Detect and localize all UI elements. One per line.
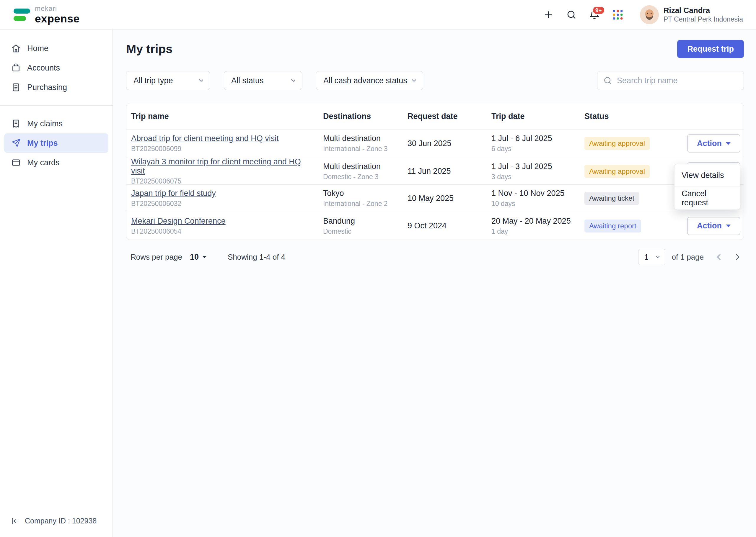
destination: Multi destination — [323, 162, 399, 171]
filter-bar: All trip type All status All cash advanc… — [113, 58, 756, 90]
apps-grid-icon — [612, 9, 623, 21]
trip-date: 1 Jul - 3 Jul 2025 — [491, 162, 576, 171]
showing-range-label: Showing 1-4 of 4 — [228, 253, 285, 262]
trip-name-link[interactable]: Wilayah 3 monitor trip for client meetin… — [131, 157, 301, 175]
mekari-logo-icon — [14, 7, 30, 22]
collapse-sidebar-icon — [11, 517, 20, 525]
global-search-button[interactable] — [566, 10, 577, 20]
table-row: Mekari Design Conference BT20250006054 B… — [126, 212, 744, 240]
sidebar-item-label: My claims — [27, 119, 63, 128]
trip-date: 20 May - 20 May 2025 — [491, 217, 576, 226]
search-trip-input[interactable] — [597, 71, 744, 90]
chevron-down-icon — [198, 77, 205, 84]
pagination-bar: Rows per page 10 Showing 1-4 of 4 1 of 1… — [126, 249, 744, 265]
action-button[interactable]: Action — [687, 217, 740, 235]
destination: Multi destination — [323, 134, 399, 143]
apps-grid-button[interactable] — [612, 9, 623, 21]
user-menu[interactable]: Rizal Candra PT Central Perk Indonesia — [640, 5, 743, 24]
cards-icon — [11, 158, 21, 167]
trip-name-link[interactable]: Japan trip for field study — [131, 189, 216, 198]
page-total-label: of 1 page — [672, 253, 704, 262]
sidebar-item-label: Purchasing — [27, 83, 67, 92]
next-page-button[interactable] — [732, 251, 744, 263]
trip-name-link[interactable]: Mekari Design Conference — [131, 217, 226, 226]
sidebar-item-purchasing[interactable]: Purchasing — [4, 78, 109, 97]
request-date: 11 Jun 2025 — [408, 167, 483, 176]
user-avatar — [640, 5, 659, 24]
destination-zone: International - Zone 2 — [323, 200, 399, 208]
sidebar-item-label: My trips — [27, 139, 58, 148]
trips-icon — [11, 138, 21, 148]
sidebar-item-my-claims[interactable]: My claims — [4, 114, 109, 133]
request-date: 30 Jun 2025 — [408, 139, 483, 148]
previous-page-button[interactable] — [713, 251, 725, 263]
rows-per-page-label: Rows per page — [131, 253, 182, 262]
notification-badge: 9+ — [592, 6, 605, 15]
column-header-trip-date: Trip date — [487, 112, 580, 121]
topbar: mekari expense 9+ — [0, 0, 756, 29]
page-number-value: 1 — [645, 253, 648, 262]
column-header-trip-name: Trip name — [126, 112, 318, 121]
trip-duration: 1 day — [491, 227, 576, 235]
status-filter-value: All status — [231, 76, 264, 85]
table-row: Wilayah 3 monitor trip for client meetin… — [126, 157, 744, 185]
caret-down-icon — [726, 225, 731, 227]
status-badge: Awaiting ticket — [584, 192, 639, 205]
menu-item-view-details[interactable]: View details — [675, 164, 740, 187]
trip-name-link[interactable]: Abroad trip for client meeting and HQ vi… — [131, 134, 279, 143]
trip-id: BT20250006075 — [131, 177, 315, 185]
destination-zone: Domestic — [323, 227, 399, 235]
user-company: PT Central Perk Indonesia — [664, 15, 743, 23]
notifications-button[interactable]: 9+ — [589, 10, 600, 20]
chevron-left-icon — [714, 252, 724, 262]
page-number-select[interactable]: 1 — [638, 249, 665, 265]
request-trip-button[interactable]: Request trip — [677, 40, 744, 58]
trip-search — [597, 71, 744, 90]
chevron-down-icon — [290, 77, 297, 84]
rows-per-page-select[interactable]: 10 — [190, 253, 206, 262]
action-dropdown-menu: View details Cancel request — [674, 164, 740, 210]
brand-name: mekari — [35, 5, 80, 12]
chevron-down-icon — [654, 254, 661, 260]
rows-per-page-value: 10 — [190, 253, 199, 262]
status-filter[interactable]: All status — [224, 71, 302, 90]
table-header-row: Trip name Destinations Request date Trip… — [126, 103, 744, 130]
sidebar-item-label: Accounts — [27, 63, 60, 73]
table-row: Abroad trip for client meeting and HQ vi… — [126, 130, 744, 157]
sidebar-item-my-trips[interactable]: My trips — [4, 133, 109, 153]
plus-icon — [543, 10, 554, 20]
status-badge: Awaiting approval — [584, 165, 650, 178]
destination: Bandung — [323, 217, 399, 226]
sidebar-item-home[interactable]: Home — [4, 39, 109, 58]
cash-advance-status-filter[interactable]: All cash advance status — [316, 71, 423, 90]
create-new-button[interactable] — [543, 10, 554, 20]
accounts-icon — [11, 63, 21, 73]
search-icon — [603, 76, 612, 85]
sidebar: Home Accounts Purchasing My claims My tr… — [0, 30, 113, 537]
destination-zone: Domestic - Zone 3 — [323, 173, 399, 181]
trip-duration: 6 days — [491, 145, 576, 153]
product-name: expense — [35, 13, 80, 24]
user-name: Rizal Candra — [664, 6, 743, 15]
app-logo[interactable]: mekari expense — [14, 5, 80, 24]
topbar-actions: 9+ Rizal Candra PT Central Perk Indonesi — [543, 5, 743, 24]
trip-type-filter[interactable]: All trip type — [126, 71, 210, 90]
status-badge: Awaiting approval — [584, 137, 650, 150]
menu-item-cancel-request[interactable]: Cancel request — [675, 187, 740, 210]
action-button-label: Action — [697, 221, 722, 230]
column-header-status: Status — [580, 112, 683, 121]
trip-duration: 10 days — [491, 200, 576, 208]
company-id-toggle[interactable]: Company ID : 102938 — [11, 516, 97, 525]
action-button[interactable]: Action — [687, 134, 740, 152]
column-header-request-date: Request date — [403, 112, 487, 121]
company-id-label: Company ID : 102938 — [25, 516, 97, 525]
sidebar-item-accounts[interactable]: Accounts — [4, 58, 109, 78]
destination-zone: International - Zone 3 — [323, 145, 399, 153]
request-date: 10 May 2025 — [408, 194, 483, 203]
chevron-right-icon — [733, 252, 743, 262]
home-icon — [11, 44, 21, 53]
status-badge: Awaiting report — [584, 220, 641, 232]
trip-id: BT20250006032 — [131, 200, 315, 208]
trip-date: 1 Jul - 6 Jul 2025 — [491, 134, 576, 143]
sidebar-item-my-cards[interactable]: My cards — [4, 153, 109, 172]
